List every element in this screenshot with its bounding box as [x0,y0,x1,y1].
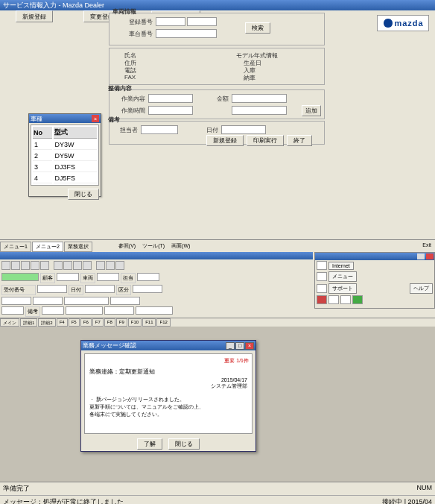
input-field[interactable] [104,306,134,315]
ftab[interactable]: F10 [128,318,142,327]
popup-close-button[interactable]: 閉じる [68,189,99,200]
tab-menu3[interactable]: 業務選択 [64,242,92,252]
message-dialog: 業務メッセージ確認 _ □ × 重要 1/1件 業務連絡：定期更新通知 2015… [80,340,256,452]
amount-input[interactable] [232,94,287,103]
staff-input[interactable] [141,125,178,134]
menu-tools[interactable]: ツール(T) [139,242,168,252]
tool-icon[interactable] [96,261,105,270]
add-button[interactable]: 追加 [302,105,321,116]
close-icon[interactable]: × [245,342,254,350]
ftab[interactable]: 詳細2 [38,318,55,327]
input-field[interactable] [137,273,159,281]
tool-icon[interactable] [54,261,63,270]
ftab[interactable]: メイン [0,318,19,327]
input-field[interactable] [110,297,140,305]
input-field[interactable] [57,273,79,281]
green-icon[interactable] [352,295,363,304]
menu-window[interactable]: 画面(W) [168,242,193,252]
input-field[interactable] [64,297,109,305]
tool-icon[interactable] [21,261,30,270]
menu-view[interactable]: 参照(V) [115,242,139,252]
ftab[interactable]: 詳細1 [20,318,37,327]
ftab[interactable]: F6 [80,318,92,327]
list-item[interactable]: 4DJ5FS [33,174,97,183]
work-label: 作業内容 [115,95,145,103]
date-input[interactable] [221,125,266,134]
tab-menu1[interactable]: メニュー1 [0,242,31,252]
list-item[interactable]: 1DY3W [33,140,97,150]
work-input[interactable] [148,94,193,103]
close-icon[interactable] [426,253,434,259]
maximize-icon[interactable]: □ [235,342,244,350]
tool-icon[interactable] [73,261,82,270]
ftab[interactable]: F4 [57,318,68,327]
ok-button[interactable]: 了解 [137,438,162,450]
ftab[interactable]: F9 [116,318,127,327]
minimize-icon[interactable] [417,253,425,259]
col-model: 型式 [54,127,97,139]
tool-icon[interactable] [83,261,92,270]
input-field[interactable] [37,285,67,293]
minimize-icon[interactable]: _ [226,342,235,350]
close-icon[interactable]: × [92,115,99,122]
tool-icon[interactable] [106,261,115,270]
app-icon[interactable] [328,295,339,304]
search-button[interactable]: 検索 [245,22,270,34]
status-right: NUM [417,484,433,494]
tool-icon[interactable] [40,261,49,270]
form-area: 顧客 車両 担当 受付番号 日付 区分 備考 [0,271,313,320]
priority-badge: 重要 1/1件 [224,357,249,365]
dialog-footer: 了解 閉じる [81,437,255,451]
list-item[interactable]: 3DJ3FS [33,163,97,172]
input-field[interactable] [136,306,173,315]
input-field[interactable] [1,306,24,315]
ftab[interactable]: F12 [156,318,170,327]
input-field[interactable] [42,306,64,315]
input-field[interactable] [97,273,119,281]
sb-support-button[interactable]: サポート [328,283,357,294]
menu-exit[interactable]: Exit [419,242,434,252]
receipt-field[interactable] [1,273,39,281]
red-icon[interactable] [317,295,327,304]
ftab[interactable]: F5 [69,318,80,327]
ftab[interactable]: F8 [104,318,115,327]
sb-help-button[interactable]: ヘルプ [410,283,433,294]
new-button[interactable]: 新規登録 [206,135,244,146]
input-field[interactable] [85,285,115,293]
fld-label: 顧客 [40,273,55,283]
tool-icon[interactable] [1,261,10,270]
ftab[interactable]: F7 [92,318,104,327]
amount2-input[interactable] [232,106,287,115]
app-icon[interactable] [340,295,351,304]
close-button[interactable]: 閉じる [168,438,200,450]
tool-icon[interactable] [115,261,124,270]
tab-menu2[interactable]: メニュー2 [32,242,63,252]
dialog-titlebar[interactable]: 業務メッセージ確認 _ □ × [81,341,255,350]
tool-icon[interactable] [63,261,72,270]
status-conn: 接続中 | 2015/04 [382,497,432,504]
reg-input-1[interactable] [156,17,185,26]
sb-menu-button[interactable]: メニュー [328,271,357,282]
popup-list[interactable]: No型式 1DY3W 2DY5W 3DJ3FS 4DJ5FS 5DJ3AS [31,125,99,186]
reg-input-2[interactable] [187,17,217,26]
fld-label: 備考 [25,306,40,317]
print-button[interactable]: 印刷実行 [247,135,284,146]
logo-text: mazda [394,19,423,28]
exit-button[interactable]: 終了 [287,135,312,146]
input-field[interactable] [1,297,31,305]
tool-icon[interactable] [31,261,39,270]
list-item[interactable]: 2DY5W [33,151,97,161]
time-input[interactable] [148,106,193,115]
ftab[interactable]: F11 [142,318,156,327]
tool-icon[interactable] [11,261,20,270]
list-item[interactable]: 5DJ3AS [33,185,97,186]
input-field[interactable] [133,285,162,293]
panel-legend: 車両情報 [112,7,136,16]
info-r3b: 納車 [244,74,255,82]
input-field[interactable] [33,297,63,305]
sb-internet-button[interactable]: Internet [328,262,354,270]
window-titlebar: サービス情報入力 - Mazda Dealer [0,0,435,10]
new-reg-button[interactable]: 新規登録 [16,10,53,22]
input-field[interactable] [66,306,103,315]
chassis-input[interactable] [156,29,217,38]
